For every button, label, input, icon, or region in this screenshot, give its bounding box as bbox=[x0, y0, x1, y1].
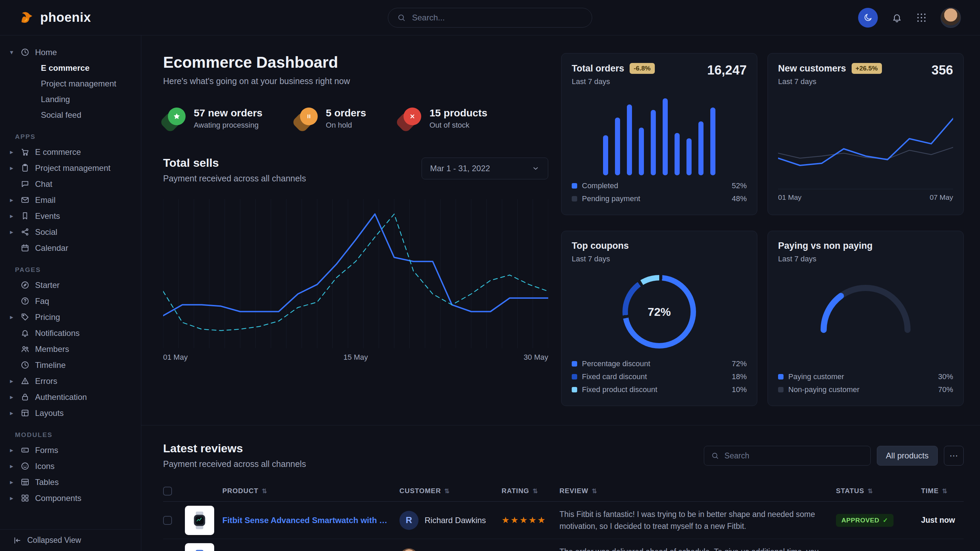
sidebar-item-landing[interactable]: Landing bbox=[8, 92, 133, 107]
grid-dots-icon bbox=[916, 12, 927, 23]
sidebar-item-label: Project management bbox=[35, 164, 110, 173]
layout-icon bbox=[21, 408, 30, 418]
total-orders-legend: Completed 52% Pending payment 48% bbox=[572, 179, 747, 205]
sidebar-item-notifications[interactable]: Notifications bbox=[8, 325, 133, 341]
stat-value: 57 new orders bbox=[194, 107, 262, 119]
sidebar-item-events[interactable]: Events bbox=[8, 208, 133, 224]
collapse-sidebar-button[interactable]: Collapsed View bbox=[0, 529, 141, 551]
paying-legend: Paying customer 30% Non-paying customer … bbox=[778, 370, 953, 396]
legend-swatch bbox=[572, 183, 577, 189]
column-header-review[interactable]: REVIEW ⇅ bbox=[560, 487, 836, 495]
column-header-customer[interactable]: CUSTOMER ⇅ bbox=[399, 487, 501, 495]
chevron-right-icon bbox=[8, 409, 15, 417]
sidebar-item-label: Notifications bbox=[35, 329, 80, 338]
date-range-value: Mar 1 - 31, 2022 bbox=[430, 164, 490, 173]
legend-label: Pending payment bbox=[582, 194, 640, 203]
table-icon bbox=[21, 478, 30, 487]
collapse-label: Collapsed View bbox=[27, 536, 81, 545]
stat-value: 5 orders bbox=[326, 107, 366, 119]
apps-menu-button[interactable] bbox=[916, 12, 927, 23]
chevron-right-icon bbox=[8, 212, 15, 220]
page-subtitle: Here's what's going on at your business … bbox=[163, 76, 548, 86]
time-cell: Just now bbox=[921, 516, 964, 525]
column-header-rating[interactable]: RATING ⇅ bbox=[501, 487, 560, 495]
notifications-button[interactable] bbox=[891, 12, 902, 23]
legend-item: Completed 52% bbox=[572, 179, 747, 192]
chevron-right-icon bbox=[8, 228, 15, 236]
total-sells-x-axis: 01 May 15 May 30 May bbox=[163, 353, 548, 362]
stat-new-orders: 57 new orders Awating processing bbox=[163, 107, 262, 130]
customer-name: Richard Dawkins bbox=[425, 516, 486, 525]
sidebar-item-e-commerce-dashboard[interactable]: E commerce bbox=[8, 60, 133, 76]
total-sells-chart bbox=[163, 199, 548, 348]
trend-badge: -6.8% bbox=[630, 63, 655, 74]
brand[interactable]: phoenix bbox=[19, 10, 91, 25]
components-icon bbox=[21, 494, 30, 503]
total-sells-subtitle: Payment received across all channels bbox=[163, 173, 306, 183]
sidebar-item-tables[interactable]: Tables bbox=[8, 474, 133, 490]
reviews-controls: All products ⋯ bbox=[704, 446, 964, 465]
sidebar-item-authentication[interactable]: Authentication bbox=[8, 389, 133, 405]
date-range-select[interactable]: Mar 1 - 31, 2022 bbox=[422, 157, 548, 179]
reviews-table: PRODUCT ⇅ CUSTOMER ⇅ RATING ⇅ REVIEW ⇅ S… bbox=[163, 481, 964, 551]
sidebar-item-pricing[interactable]: Pricing bbox=[8, 309, 133, 325]
search-icon bbox=[711, 452, 719, 460]
global-search[interactable] bbox=[388, 8, 592, 27]
sidebar-item-faq[interactable]: Faq bbox=[8, 293, 133, 309]
legend-value: 48% bbox=[732, 194, 747, 203]
sidebar-item-calendar[interactable]: Calendar bbox=[8, 240, 133, 256]
select-all-checkbox[interactable] bbox=[163, 487, 172, 495]
sort-icon: ⇅ bbox=[868, 487, 873, 495]
form-input-icon bbox=[21, 446, 30, 455]
sidebar-item-ecommerce-app[interactable]: E commerce bbox=[8, 144, 133, 160]
smiley-icon bbox=[21, 462, 30, 471]
paying-vs-non-paying-card: Paying vs non paying Last 7 days Paying … bbox=[767, 231, 964, 406]
sidebar-item-label: Components bbox=[35, 494, 81, 503]
search-input[interactable] bbox=[411, 13, 583, 23]
sidebar-item-timeline[interactable]: Timeline bbox=[8, 357, 133, 373]
reviews-search-input[interactable] bbox=[724, 451, 864, 461]
all-products-button[interactable]: All products bbox=[877, 446, 938, 465]
customer-avatar[interactable]: R bbox=[399, 511, 418, 530]
column-header-status[interactable]: STATUS ⇅ bbox=[836, 487, 921, 495]
legend-value: 10% bbox=[732, 385, 747, 394]
table-row: Fitbit Sense Advanced Smartwatch with To… bbox=[163, 502, 964, 539]
user-avatar[interactable] bbox=[940, 8, 961, 28]
column-header-product[interactable]: PRODUCT ⇅ bbox=[222, 487, 399, 495]
sidebar-item-layouts[interactable]: Layouts bbox=[8, 405, 133, 421]
sidebar-item-icons[interactable]: Icons bbox=[8, 458, 133, 474]
sidebar-item-components[interactable]: Components bbox=[8, 490, 133, 506]
theme-toggle-button[interactable] bbox=[858, 8, 878, 27]
reviews-search[interactable] bbox=[704, 446, 871, 465]
column-header-time[interactable]: TIME ⇅ bbox=[921, 487, 964, 495]
row-checkbox[interactable] bbox=[163, 516, 172, 525]
sort-icon: ⇅ bbox=[444, 487, 450, 495]
product-image bbox=[185, 543, 214, 551]
product-link[interactable]: Fitbit Sense Advanced Smartwatch with To… bbox=[222, 516, 399, 525]
sidebar-nav: Home E commerce Project management Landi… bbox=[0, 44, 141, 529]
column-label: PRODUCT bbox=[222, 487, 258, 495]
customer-avatar[interactable] bbox=[399, 548, 418, 551]
card-period: Last 7 days bbox=[572, 77, 655, 86]
sidebar-item-chat[interactable]: Chat bbox=[8, 176, 133, 192]
stat-orders-on-hold: 5 orders On hold bbox=[295, 107, 366, 130]
sidebar-item-forms[interactable]: Forms bbox=[8, 442, 133, 458]
sidebar-item-members[interactable]: Members bbox=[8, 341, 133, 357]
sidebar-item-email[interactable]: Email bbox=[8, 192, 133, 208]
legend-label: Completed bbox=[582, 181, 618, 190]
legend-item: Non-paying customer 70% bbox=[778, 383, 953, 396]
sidebar-item-errors[interactable]: Errors bbox=[8, 373, 133, 389]
sidebar-item-home[interactable]: Home bbox=[8, 44, 133, 60]
sidebar-item-project-management-app[interactable]: Project management bbox=[8, 160, 133, 176]
new-orders-icon bbox=[163, 108, 186, 129]
sidebar-item-social[interactable]: Social bbox=[8, 224, 133, 240]
sort-icon: ⇅ bbox=[592, 487, 597, 495]
more-options-button[interactable]: ⋯ bbox=[944, 446, 964, 465]
sidebar-item-project-management-dashboard[interactable]: Project management bbox=[8, 76, 133, 92]
sidebar-item-label: Tables bbox=[35, 478, 59, 487]
legend-swatch bbox=[572, 374, 577, 380]
collapse-arrow-icon bbox=[13, 536, 22, 545]
sidebar-item-starter[interactable]: Starter bbox=[8, 277, 133, 293]
sidebar-item-social-feed[interactable]: Social feed bbox=[8, 107, 133, 123]
sidebar-item-label: E commerce bbox=[35, 148, 81, 157]
